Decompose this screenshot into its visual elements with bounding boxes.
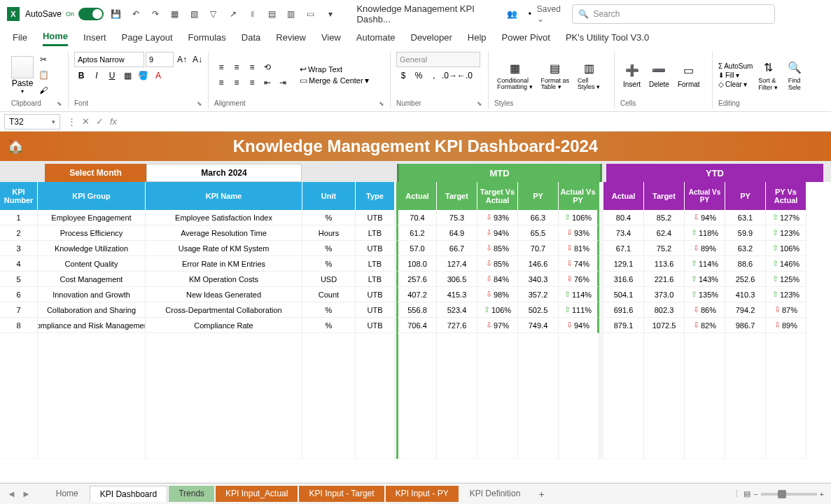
fill-color-button[interactable]: 🪣 [136, 69, 150, 83]
menu-tab-help[interactable]: Help [468, 32, 487, 46]
undo-icon[interactable]: ↶ [129, 6, 143, 22]
cell-mtd-avp[interactable]: ⇩81% [559, 241, 599, 256]
decrease-font-icon[interactable]: A↓ [190, 52, 204, 66]
group-icon[interactable]: ⫴ [246, 6, 260, 22]
cell-ytd-py[interactable]: 88.6 [725, 256, 766, 272]
chart-icon[interactable]: ▧ [187, 6, 201, 22]
cell-kpi-name[interactable]: New Ideas Generated [146, 287, 302, 302]
enter-formula-icon[interactable]: ✓ [92, 115, 106, 129]
cell-mtd-avp[interactable]: ⇧114% [559, 287, 599, 302]
name-box-expand-icon[interactable]: ⋮ [64, 115, 78, 129]
cell-mtd-py[interactable]: 66.3 [518, 210, 559, 225]
table-row[interactable]: 7Collaboration and SharingCross-Departme… [0, 302, 831, 318]
cell-mtd-target[interactable]: 75.3 [437, 210, 477, 225]
menu-tab-review[interactable]: Review [276, 32, 306, 46]
cell-ytd-actual[interactable]: 691.6 [603, 302, 644, 318]
cell-ytd-target[interactable]: 85.2 [644, 210, 685, 225]
cell-ytd-py[interactable]: 410.3 [725, 287, 766, 302]
cell-ytd-pva[interactable]: ⇧123% [766, 225, 806, 241]
add-sheet-button[interactable]: + [531, 486, 551, 503]
cell-unit[interactable]: % [302, 241, 356, 256]
cell-mtd-avp[interactable]: ⇩93% [559, 225, 599, 241]
menu-tab-developer[interactable]: Developer [411, 32, 452, 46]
cell-kpi-num[interactable]: 4 [0, 256, 38, 272]
blank-area[interactable] [0, 333, 831, 459]
cell-mtd-actual[interactable]: 61.2 [396, 225, 437, 241]
cell-mtd-tva[interactable]: ⇩94% [477, 225, 518, 241]
fx-icon[interactable]: fx [106, 115, 120, 129]
cell-mtd-actual[interactable]: 108.0 [396, 256, 437, 272]
cell-ytd-actual[interactable]: 73.4 [603, 225, 644, 241]
cell-ytd-py[interactable]: 794.2 [725, 302, 766, 318]
autosave-toggle[interactable] [78, 8, 104, 20]
dialog-launcher-icon[interactable]: ⬊ [197, 100, 202, 107]
cell-mtd-target[interactable]: 727.6 [437, 318, 477, 333]
cell-ytd-actual[interactable]: 316.6 [603, 272, 644, 287]
cell-ytd-py[interactable]: 63.2 [725, 241, 766, 256]
paste-button[interactable]: Paste ▾ [11, 56, 34, 94]
cell-ytd-pva[interactable]: ⇧125% [766, 272, 806, 287]
menu-tab-view[interactable]: View [321, 32, 341, 46]
cell-mtd-target[interactable]: 127.4 [437, 256, 477, 272]
cell-type[interactable]: UTB [356, 287, 395, 302]
formula-input[interactable] [120, 114, 831, 130]
bold-button[interactable]: B [74, 69, 88, 83]
cell-kpi-name[interactable]: KM Operation Costs [146, 272, 302, 287]
cell-mtd-py[interactable]: 357.2 [518, 287, 559, 302]
align-center-icon[interactable]: ≡ [230, 76, 244, 90]
cell-ytd-actual[interactable]: 80.4 [603, 210, 644, 225]
font-size-select[interactable] [146, 52, 174, 67]
format-as-table-button[interactable]: ▤Format asTable ▾ [538, 57, 573, 93]
align-bottom-icon[interactable]: ≡ [245, 60, 259, 74]
cell-mtd-avp[interactable]: ⇩76% [559, 272, 599, 287]
cell-kpi-name[interactable]: Usage Rate of KM System [146, 241, 302, 256]
cell-unit[interactable]: Count [302, 287, 356, 302]
cell-ytd-target[interactable]: 1072.5 [644, 318, 685, 333]
currency-icon[interactable]: $ [396, 69, 410, 83]
cell-ytd-tva[interactable]: ⇧114% [685, 256, 725, 272]
menu-tab-page-layout[interactable]: Page Layout [122, 32, 173, 46]
copy-icon[interactable]: 📋 [36, 68, 50, 82]
conditional-formatting-button[interactable]: ▦ConditionalFormatting ▾ [494, 57, 536, 93]
cell-type[interactable]: LTB [356, 225, 395, 241]
search-box[interactable]: 🔍 Search [572, 4, 775, 24]
quick-access-dropdown-icon[interactable]: ▾ [323, 6, 337, 22]
cell-ytd-tva[interactable]: ⇩86% [685, 302, 725, 318]
cell-unit[interactable]: USD [302, 272, 356, 287]
cell-kpi-num[interactable]: 5 [0, 272, 38, 287]
dialog-launcher-icon[interactable]: ⬊ [57, 100, 62, 107]
increase-indent-icon[interactable]: ⇥ [276, 76, 290, 90]
more-options-icon[interactable]: ⋮ [733, 489, 741, 498]
view-mode-icon[interactable]: ▤ [743, 489, 750, 498]
cell-ytd-tva[interactable]: ⇧135% [685, 287, 725, 302]
cell-mtd-tva[interactable]: ⇧106% [477, 302, 518, 318]
cell-ytd-actual[interactable]: 67.1 [603, 241, 644, 256]
cell-type[interactable]: LTB [356, 256, 395, 272]
grid-icon[interactable]: ▦ [167, 6, 181, 22]
increase-decimal-icon[interactable]: .0→ [442, 69, 456, 83]
menu-tab-power-pivot[interactable]: Power Pivot [502, 32, 550, 46]
format-cells-button[interactable]: ▭Format [675, 59, 703, 91]
cell-kpi-group[interactable]: ompliance and Risk Managemer [38, 318, 146, 333]
next-sheet-icon[interactable]: ► [22, 489, 31, 499]
cell-ytd-target[interactable]: 802.3 [644, 302, 685, 318]
cell-kpi-num[interactable]: 7 [0, 302, 38, 318]
save-icon[interactable]: 💾 [109, 6, 123, 22]
italic-button[interactable]: I [90, 69, 104, 83]
cell-kpi-name[interactable]: Error Rate in KM Entries [146, 256, 302, 272]
cell-mtd-target[interactable]: 64.9 [437, 225, 477, 241]
menu-tab-pk-s-utility-tool-v3-0[interactable]: PK's Utility Tool V3.0 [566, 32, 649, 46]
cell-kpi-group[interactable]: Process Efficiency [38, 225, 146, 241]
table-icon[interactable]: ▤ [265, 6, 279, 22]
cell-type[interactable]: UTB [356, 210, 395, 225]
cell-kpi-group[interactable]: Innovation and Growth [38, 287, 146, 302]
share-icon[interactable]: ↗ [226, 6, 240, 22]
table-row[interactable]: 4Content QualityError Rate in KM Entries… [0, 256, 831, 272]
cell-mtd-py[interactable]: 502.5 [518, 302, 559, 318]
sheet-tab-kpi-input-py[interactable]: KPI Input - PY [386, 486, 459, 502]
cell-kpi-num[interactable]: 8 [0, 318, 38, 333]
cell-mtd-avp[interactable]: ⇩94% [559, 318, 599, 333]
clear-button[interactable]: ◇ Clear ▾ [718, 80, 753, 88]
name-box[interactable]: T32 ▾ [4, 114, 60, 130]
cell-mtd-target[interactable]: 306.5 [437, 272, 477, 287]
